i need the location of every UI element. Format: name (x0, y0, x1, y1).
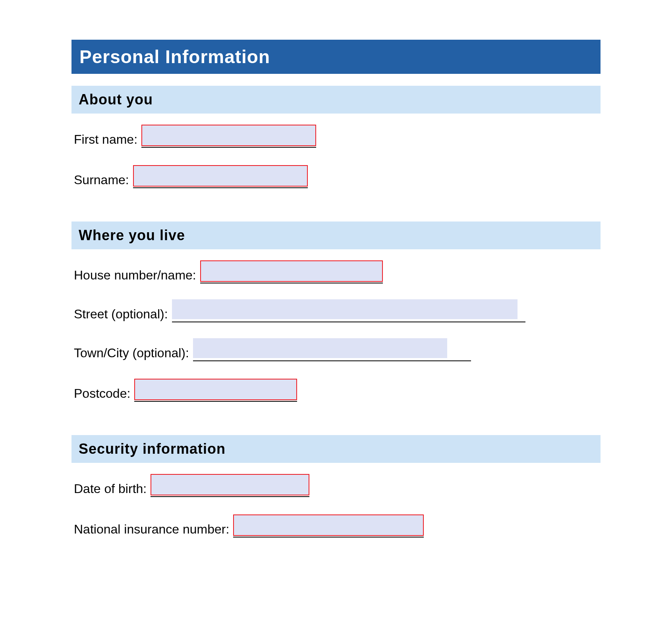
street-label: Street (optional): (74, 307, 168, 322)
first-name-label: First name: (74, 132, 137, 148)
section-header-security: Security information (71, 435, 601, 463)
town-input[interactable] (193, 338, 447, 358)
section-security: Security information Date of birth: Nati… (71, 435, 601, 537)
section-about-you: About you First name: Surname: (71, 86, 601, 188)
dob-label: Date of birth: (74, 482, 147, 497)
ni-label: National insurance number: (74, 522, 229, 537)
street-row: Street (optional): (71, 301, 601, 322)
postcode-label: Postcode: (74, 386, 130, 402)
section-header-where-you-live: Where you live (71, 222, 601, 249)
ni-input[interactable] (233, 514, 424, 536)
dob-row: Date of birth: (71, 474, 601, 497)
first-name-input[interactable] (141, 125, 316, 146)
surname-row: Surname: (71, 165, 601, 188)
section-header-about-you: About you (71, 86, 601, 114)
ni-row: National insurance number: (71, 514, 601, 537)
dob-input[interactable] (151, 474, 309, 495)
section-where-you-live: Where you live House number/name: Street… (71, 222, 601, 402)
postcode-input[interactable] (134, 379, 297, 400)
postcode-row: Postcode: (71, 379, 601, 402)
page-title: Personal Information (71, 40, 601, 74)
first-name-row: First name: (71, 125, 601, 148)
house-input[interactable] (200, 260, 383, 282)
house-row: House number/name: (71, 260, 601, 283)
town-label: Town/City (optional): (74, 346, 189, 361)
surname-input[interactable] (133, 165, 308, 187)
town-row: Town/City (optional): (71, 340, 601, 361)
street-input[interactable] (172, 299, 518, 319)
house-label: House number/name: (74, 268, 196, 283)
surname-label: Surname: (74, 173, 129, 188)
